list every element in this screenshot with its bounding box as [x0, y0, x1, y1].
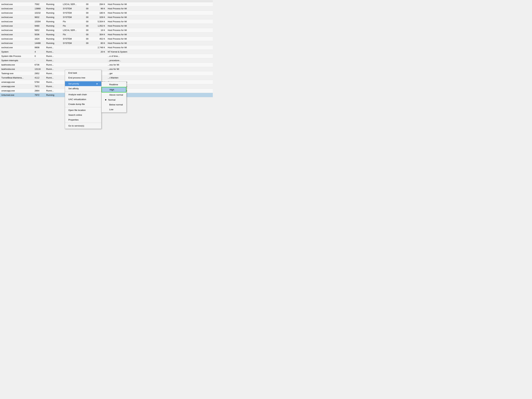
- context-menu-item[interactable]: End process tree: [65, 75, 101, 80]
- table-cell: 16 K: [90, 28, 106, 32]
- table-row[interactable]: TunnelBear.Maintena...4112Runni......r.M…: [0, 76, 213, 80]
- col-header-user[interactable]: [62, 0, 82, 2]
- table-cell: ...e of time...: [106, 54, 213, 58]
- context-menu-item[interactable]: Create dump file: [65, 102, 101, 107]
- table-cell: 1,052 K: [90, 24, 106, 28]
- menu-separator: [65, 91, 101, 92]
- table-cell: Runni...: [45, 80, 62, 84]
- context-menu-item[interactable]: Go to service(s): [65, 123, 101, 128]
- priority-option[interactable]: High: [101, 87, 126, 92]
- table-row[interactable]: taskhostw.exe13116Runni......ess for Wi: [0, 67, 213, 71]
- table-cell: ...r.Mainten: [106, 76, 213, 80]
- table-cell: 4112: [33, 76, 45, 80]
- table-cell: 5,504 K: [90, 19, 106, 24]
- table-cell: Flo: [62, 19, 82, 24]
- table-cell: Running: [45, 24, 62, 28]
- menu-item-label: Properties: [68, 119, 79, 121]
- context-menu-item[interactable]: Properties: [65, 117, 101, 122]
- col-header-pid[interactable]: [33, 0, 45, 2]
- table-row[interactable]: svchost.exe10232RunningSYSTEM00180 KHost…: [0, 11, 213, 15]
- table-cell: 00: [82, 28, 90, 32]
- context-menu-item[interactable]: Open file location: [65, 108, 101, 113]
- table-cell: 00: [82, 37, 90, 41]
- priority-option[interactable]: Low: [101, 107, 126, 112]
- table-cell: LOCAL SER...: [62, 28, 82, 32]
- table-cell: svchost.exe: [0, 24, 33, 28]
- context-menu-item[interactable]: Set affinity: [65, 86, 101, 91]
- table-cell: Flo: [62, 24, 82, 28]
- table-cell: [62, 63, 82, 67]
- table-cell: -: [33, 58, 45, 63]
- col-header-name[interactable]: [0, 0, 33, 2]
- table-row[interactable]: Taskmgr.exe2952Runni......ger: [0, 71, 213, 76]
- context-menu: End taskEnd process treeSet priority▶Set…: [65, 70, 101, 129]
- table-row[interactable]: svchost.exe9908Runni...2,748 KHost Proce…: [0, 45, 213, 50]
- priority-option[interactable]: Realtime: [101, 82, 126, 87]
- table-cell: unsecapp.exe: [0, 89, 33, 93]
- table-cell: Runni...: [45, 54, 62, 58]
- table-cell: [90, 54, 106, 58]
- context-menu-item[interactable]: Analyze wait chain: [65, 92, 101, 97]
- table-cell: Runni...: [45, 67, 62, 71]
- context-menu-item[interactable]: UAC virtualization: [65, 97, 101, 102]
- table-row[interactable]: svchost.exe5852RunningLOCAL SER...0016 K…: [0, 28, 213, 32]
- table-cell: 00: [82, 41, 90, 45]
- table-row[interactable]: System4Runni...20 KNT Kernel & System: [0, 50, 213, 54]
- table-cell: TunnelBear.Maintena...: [0, 76, 33, 80]
- table-row[interactable]: svchost.exe13868RunningSYSTEM0096 KHost …: [0, 6, 213, 11]
- table-cell: 00: [82, 6, 90, 11]
- table-cell: System Idle Process: [0, 54, 33, 58]
- context-menu-item[interactable]: End task: [65, 70, 101, 75]
- table-row[interactable]: svchost.exe9480RunningFlo001,052 KHost P…: [0, 24, 213, 28]
- table-cell: svchost.exe: [0, 28, 33, 32]
- table-cell: 10232: [33, 11, 45, 15]
- table-cell: 452 K: [90, 37, 106, 41]
- table-cell: 0: [33, 54, 45, 58]
- table-cell: ...procedure...: [106, 58, 213, 63]
- table-cell: 9480: [33, 24, 45, 28]
- table-cell: 284 K: [90, 2, 106, 6]
- table-cell: 7672: [33, 84, 45, 89]
- table-cell: ...ger: [106, 71, 213, 76]
- context-menu-item[interactable]: Set priority▶: [65, 81, 101, 86]
- menu-item-label: Create dump file: [68, 103, 85, 105]
- table-cell: SYSTEM: [62, 6, 82, 11]
- col-header-memory[interactable]: [90, 0, 106, 2]
- table-cell: [62, 58, 82, 63]
- priority-label: Realtime: [109, 83, 118, 86]
- table-cell: Running: [45, 11, 62, 15]
- table-row[interactable]: svchost.exe15304RunningFlo005,504 KHost …: [0, 19, 213, 24]
- table-cell: taskhostw.exe: [0, 63, 33, 67]
- priority-option[interactable]: ●Normal: [101, 97, 126, 102]
- table-row[interactable]: svchost.exe9832RunningSYSTEM00328 KHost …: [0, 15, 213, 19]
- table-cell: Flo: [62, 32, 82, 37]
- context-menu-item[interactable]: Search online: [65, 113, 101, 117]
- table-cell: Runni...: [45, 63, 62, 67]
- table-row[interactable]: svchost.exe5036RunningFlo00304 KHost Pro…: [0, 32, 213, 37]
- table-cell: Running: [45, 41, 62, 45]
- table-cell: svchost.exe: [0, 11, 33, 15]
- col-header-status[interactable]: [45, 0, 62, 2]
- table-cell: 14488: [33, 41, 45, 45]
- priority-option[interactable]: Below normal: [101, 102, 126, 107]
- table-cell: Host Process for Wi: [106, 19, 213, 24]
- table-cell: [82, 58, 90, 63]
- priority-option[interactable]: Above normal: [101, 92, 126, 97]
- col-header-description[interactable]: [106, 0, 213, 2]
- table-cell: 4: [33, 50, 45, 54]
- table-cell: Host Process for Wi: [106, 6, 213, 11]
- table-cell: Host Process for Wi: [106, 2, 213, 6]
- table-row[interactable]: svchost.exe14488RunningSYSTEM0080 KHost …: [0, 41, 213, 45]
- table-cell: 5784: [33, 80, 45, 84]
- table-row[interactable]: svchost.exe7592RunningLOCAL SER...00284 …: [0, 2, 213, 6]
- table-cell: SYSTEM: [62, 37, 82, 41]
- table-row[interactable]: taskhostw.exe6736Runni......ess for Wi: [0, 63, 213, 67]
- table-row[interactable]: svchost.exe1624RunningSYSTEM00452 KHost …: [0, 37, 213, 41]
- table-cell: Running: [45, 37, 62, 41]
- table-row[interactable]: System interrupts-Runni......procedure..…: [0, 58, 213, 63]
- col-header-cpu[interactable]: [82, 0, 90, 2]
- menu-item-label: Go to service(s): [68, 125, 84, 127]
- table-cell: 15304: [33, 19, 45, 24]
- table-cell: Running: [45, 32, 62, 37]
- table-row[interactable]: System Idle Process0Runni......e of time…: [0, 54, 213, 58]
